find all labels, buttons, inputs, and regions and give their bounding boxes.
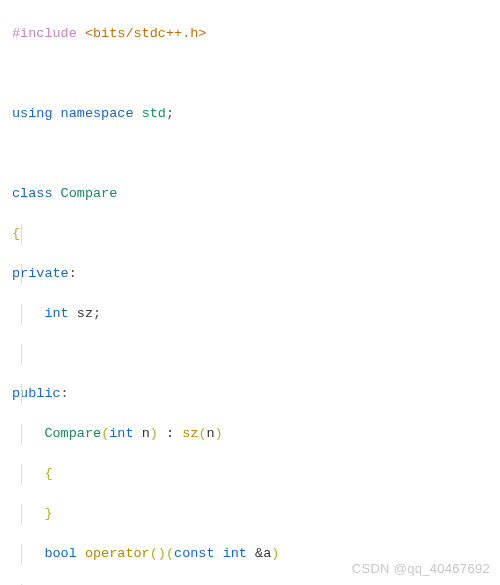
code-line: public:	[8, 384, 494, 404]
code-line: #include <bits/stdc++.h>	[8, 24, 494, 44]
preprocessor: #include	[12, 26, 77, 41]
code-line: int sz;	[8, 304, 494, 324]
header-path: <bits/stdc++.h>	[77, 26, 207, 41]
code-line	[8, 344, 494, 364]
watermark-text: CSDN @qq_40467692	[352, 559, 490, 579]
code-line: private:	[8, 264, 494, 284]
code-line: }	[8, 504, 494, 524]
code-line	[8, 64, 494, 84]
code-block: #include <bits/stdc++.h> using namespace…	[0, 0, 500, 585]
code-line	[8, 144, 494, 164]
code-line: using namespace std;	[8, 104, 494, 124]
code-line: {	[8, 224, 494, 244]
code-line: Compare(int n) : sz(n)	[8, 424, 494, 444]
code-line: class Compare	[8, 184, 494, 204]
code-line: {	[8, 464, 494, 484]
